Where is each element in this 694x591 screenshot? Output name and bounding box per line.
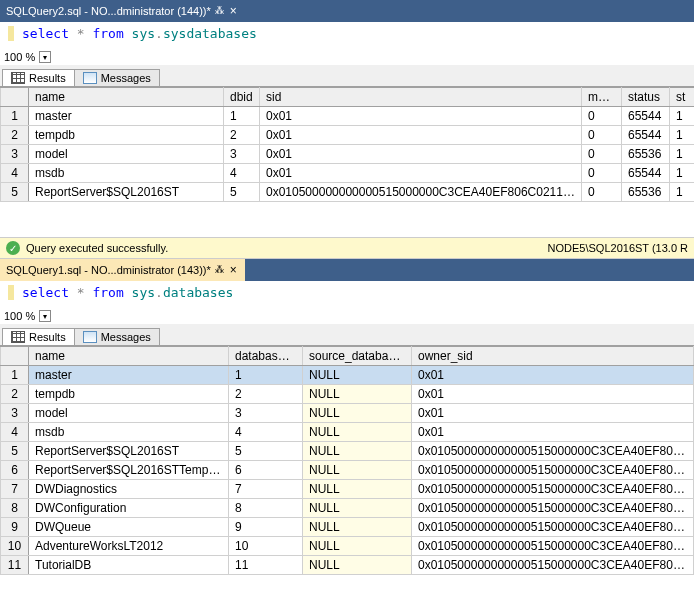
cell-name[interactable]: msdb bbox=[29, 423, 229, 442]
table-row[interactable]: 1master10x010655441 bbox=[1, 107, 695, 126]
cell-name[interactable]: TutorialDB bbox=[29, 556, 229, 575]
cell-name[interactable]: model bbox=[29, 404, 229, 423]
file-tab-sqlquery1[interactable]: SQLQuery1.sql - NO...dministrator (143))… bbox=[0, 259, 245, 281]
results-grid-bottom[interactable]: namedatabase_idsource_database_idowner_s… bbox=[0, 346, 694, 591]
cell-owner_sid[interactable]: 0x010500000000000515000000C3CEA40EF806C0… bbox=[412, 480, 694, 499]
cell-database_id[interactable]: 9 bbox=[229, 518, 303, 537]
row-number[interactable]: 1 bbox=[1, 366, 29, 385]
row-number[interactable]: 5 bbox=[1, 183, 29, 202]
table-row[interactable]: 10AdventureWorksLT201210NULL0x0105000000… bbox=[1, 537, 694, 556]
row-number[interactable]: 8 bbox=[1, 499, 29, 518]
row-number[interactable]: 9 bbox=[1, 518, 29, 537]
cell-sid[interactable]: 0x01 bbox=[260, 107, 582, 126]
cell-owner_sid[interactable]: 0x01 bbox=[412, 366, 694, 385]
column-header[interactable]: owner_sid bbox=[412, 347, 694, 366]
row-number[interactable]: 4 bbox=[1, 423, 29, 442]
cell-sid[interactable]: 0x010500000000000515000000C3CEA40EF806C0… bbox=[260, 183, 582, 202]
cell-name[interactable]: tempdb bbox=[29, 385, 229, 404]
row-number[interactable]: 1 bbox=[1, 107, 29, 126]
cell-st[interactable]: 1 bbox=[670, 145, 695, 164]
cell-name[interactable]: ReportServer$SQL2016ST bbox=[29, 442, 229, 461]
column-header[interactable]: dbid bbox=[224, 88, 260, 107]
sql-editor[interactable]: select * from sys.sysdatabases bbox=[0, 22, 694, 49]
tab-results[interactable]: Results bbox=[2, 328, 75, 345]
file-tab-sqlquery2[interactable]: SQLQuery2.sql - NO...dministrator (144))… bbox=[0, 0, 245, 22]
cell-st[interactable]: 1 bbox=[670, 164, 695, 183]
column-header[interactable]: name bbox=[29, 347, 229, 366]
column-header[interactable]: database_id bbox=[229, 347, 303, 366]
cell-owner_sid[interactable]: 0x010500000000000515000000C3CEA40EF806C0… bbox=[412, 518, 694, 537]
table-row[interactable]: 5ReportServer$SQL2016ST50x01050000000000… bbox=[1, 183, 695, 202]
cell-dbid[interactable]: 2 bbox=[224, 126, 260, 145]
cell-name[interactable]: DWConfiguration bbox=[29, 499, 229, 518]
row-number[interactable]: 3 bbox=[1, 145, 29, 164]
cell-sid[interactable]: 0x01 bbox=[260, 126, 582, 145]
cell-mode[interactable]: 0 bbox=[582, 145, 622, 164]
tab-messages[interactable]: Messages bbox=[74, 328, 160, 345]
cell-st[interactable]: 1 bbox=[670, 107, 695, 126]
zoom-dropdown-icon[interactable]: ▾ bbox=[39, 310, 51, 322]
cell-status[interactable]: 65536 bbox=[622, 183, 670, 202]
cell-status[interactable]: 65544 bbox=[622, 126, 670, 145]
cell-owner_sid[interactable]: 0x01 bbox=[412, 423, 694, 442]
column-header[interactable]: sid bbox=[260, 88, 582, 107]
cell-database_id[interactable]: 5 bbox=[229, 442, 303, 461]
cell-source_database_id[interactable]: NULL bbox=[303, 537, 412, 556]
cell-source_database_id[interactable]: NULL bbox=[303, 518, 412, 537]
table-row[interactable]: 9DWQueue9NULL0x010500000000000515000000C… bbox=[1, 518, 694, 537]
cell-source_database_id[interactable]: NULL bbox=[303, 404, 412, 423]
table-row[interactable]: 4msdb4NULL0x01 bbox=[1, 423, 694, 442]
cell-name[interactable]: AdventureWorksLT2012 bbox=[29, 537, 229, 556]
cell-source_database_id[interactable]: NULL bbox=[303, 461, 412, 480]
column-header[interactable]: name bbox=[29, 88, 224, 107]
cell-st[interactable]: 1 bbox=[670, 126, 695, 145]
column-header[interactable]: status bbox=[622, 88, 670, 107]
row-number[interactable]: 6 bbox=[1, 461, 29, 480]
row-number[interactable]: 3 bbox=[1, 404, 29, 423]
table-row[interactable]: 2tempdb2NULL0x01 bbox=[1, 385, 694, 404]
table-row[interactable]: 6ReportServer$SQL2016STTempDB6NULL0x0105… bbox=[1, 461, 694, 480]
cell-mode[interactable]: 0 bbox=[582, 164, 622, 183]
zoom-dropdown-icon[interactable]: ▾ bbox=[39, 51, 51, 63]
close-icon[interactable]: × bbox=[228, 263, 239, 277]
cell-mode[interactable]: 0 bbox=[582, 183, 622, 202]
table-row[interactable]: 4msdb40x010655441 bbox=[1, 164, 695, 183]
cell-database_id[interactable]: 7 bbox=[229, 480, 303, 499]
cell-owner_sid[interactable]: 0x010500000000000515000000C3CEA40EF806C0… bbox=[412, 461, 694, 480]
cell-database_id[interactable]: 11 bbox=[229, 556, 303, 575]
cell-source_database_id[interactable]: NULL bbox=[303, 556, 412, 575]
cell-database_id[interactable]: 3 bbox=[229, 404, 303, 423]
cell-dbid[interactable]: 4 bbox=[224, 164, 260, 183]
close-icon[interactable]: × bbox=[228, 4, 239, 18]
table-row[interactable]: 1master1NULL0x01 bbox=[1, 366, 694, 385]
cell-status[interactable]: 65544 bbox=[622, 164, 670, 183]
cell-owner_sid[interactable]: 0x010500000000000515000000C3CEA40EF806C0… bbox=[412, 499, 694, 518]
cell-database_id[interactable]: 10 bbox=[229, 537, 303, 556]
cell-name[interactable]: ReportServer$SQL2016ST bbox=[29, 183, 224, 202]
tab-results[interactable]: Results bbox=[2, 69, 75, 86]
cell-mode[interactable]: 0 bbox=[582, 107, 622, 126]
row-number[interactable]: 10 bbox=[1, 537, 29, 556]
row-number[interactable]: 11 bbox=[1, 556, 29, 575]
cell-dbid[interactable]: 3 bbox=[224, 145, 260, 164]
sql-editor[interactable]: select * from sys.databases bbox=[0, 281, 694, 308]
column-header[interactable] bbox=[1, 88, 29, 107]
cell-name[interactable]: msdb bbox=[29, 164, 224, 183]
cell-database_id[interactable]: 8 bbox=[229, 499, 303, 518]
cell-status[interactable]: 65536 bbox=[622, 145, 670, 164]
cell-name[interactable]: ReportServer$SQL2016STTempDB bbox=[29, 461, 229, 480]
cell-status[interactable]: 65544 bbox=[622, 107, 670, 126]
column-header[interactable]: st bbox=[670, 88, 695, 107]
cell-source_database_id[interactable]: NULL bbox=[303, 423, 412, 442]
cell-name[interactable]: tempdb bbox=[29, 126, 224, 145]
cell-name[interactable]: model bbox=[29, 145, 224, 164]
cell-dbid[interactable]: 1 bbox=[224, 107, 260, 126]
table-row[interactable]: 2tempdb20x010655441 bbox=[1, 126, 695, 145]
column-header[interactable]: source_database_id bbox=[303, 347, 412, 366]
table-row[interactable]: 7DWDiagnostics7NULL0x0105000000000005150… bbox=[1, 480, 694, 499]
cell-database_id[interactable]: 2 bbox=[229, 385, 303, 404]
cell-source_database_id[interactable]: NULL bbox=[303, 442, 412, 461]
row-number[interactable]: 5 bbox=[1, 442, 29, 461]
cell-name[interactable]: master bbox=[29, 107, 224, 126]
cell-name[interactable]: DWQueue bbox=[29, 518, 229, 537]
